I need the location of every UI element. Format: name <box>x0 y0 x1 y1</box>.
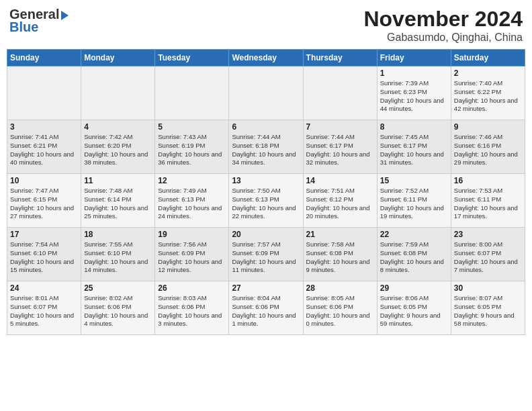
title-block: November 2024 Gabasumdo, Qinghai, China <box>363 7 523 44</box>
day-number: 22 <box>380 230 448 239</box>
day-info: Sunrise: 7:50 AM Sunset: 6:13 PM Dayligh… <box>232 187 300 221</box>
day-info: Sunrise: 7:57 AM Sunset: 6:09 PM Dayligh… <box>232 240 300 275</box>
header-tuesday: Tuesday <box>155 50 229 66</box>
cell-day-28-4-4: 28Sunrise: 8:05 AM Sunset: 6:06 PM Dayli… <box>303 281 377 335</box>
day-info: Sunrise: 7:48 AM Sunset: 6:14 PM Dayligh… <box>84 187 152 221</box>
header-wednesday: Wednesday <box>229 50 303 66</box>
week-row-4: 17Sunrise: 7:54 AM Sunset: 6:10 PM Dayli… <box>7 228 525 281</box>
cell-day-19-3-2: 19Sunrise: 7:56 AM Sunset: 6:09 PM Dayli… <box>155 228 229 281</box>
week-row-3: 10Sunrise: 7:47 AM Sunset: 6:15 PM Dayli… <box>7 174 525 228</box>
header-friday: Friday <box>377 50 451 66</box>
calendar-title: November 2024 <box>363 7 523 32</box>
day-number: 1 <box>380 68 448 78</box>
day-info: Sunrise: 7:41 AM Sunset: 6:21 PM Dayligh… <box>10 133 78 167</box>
day-number: 8 <box>380 122 448 132</box>
cell-day-8-1-5: 8Sunrise: 7:45 AM Sunset: 6:17 PM Daylig… <box>377 120 451 174</box>
day-info: Sunrise: 8:03 AM Sunset: 6:06 PM Dayligh… <box>158 294 226 328</box>
calendar-table: SundayMondayTuesdayWednesdayThursdayFrid… <box>7 49 525 335</box>
day-info: Sunrise: 7:44 AM Sunset: 6:17 PM Dayligh… <box>306 133 374 167</box>
day-number: 24 <box>10 283 78 293</box>
day-number: 2 <box>454 68 522 78</box>
day-info: Sunrise: 7:45 AM Sunset: 6:17 PM Dayligh… <box>380 133 448 167</box>
day-number: 30 <box>454 283 522 293</box>
cell-day-17-3-0: 17Sunrise: 7:54 AM Sunset: 6:10 PM Dayli… <box>7 228 81 281</box>
day-number: 21 <box>306 230 374 239</box>
day-info: Sunrise: 8:04 AM Sunset: 6:06 PM Dayligh… <box>232 294 300 328</box>
cell-day-26-4-2: 26Sunrise: 8:03 AM Sunset: 6:06 PM Dayli… <box>155 281 229 335</box>
day-info: Sunrise: 8:05 AM Sunset: 6:06 PM Dayligh… <box>306 294 374 328</box>
cell-day-3-1-0: 3Sunrise: 7:41 AM Sunset: 6:21 PM Daylig… <box>7 120 81 174</box>
day-number: 14 <box>306 176 374 185</box>
day-number: 27 <box>232 283 300 293</box>
header-thursday: Thursday <box>303 50 377 66</box>
day-info: Sunrise: 8:06 AM Sunset: 6:05 PM Dayligh… <box>380 294 448 328</box>
cell-day-23-3-6: 23Sunrise: 8:00 AM Sunset: 6:07 PM Dayli… <box>451 228 525 281</box>
cell-day-18-3-1: 18Sunrise: 7:55 AM Sunset: 6:10 PM Dayli… <box>81 228 155 281</box>
day-number: 19 <box>158 230 226 239</box>
day-number: 7 <box>306 122 374 132</box>
day-number: 12 <box>158 176 226 185</box>
day-info: Sunrise: 7:47 AM Sunset: 6:15 PM Dayligh… <box>10 187 78 221</box>
day-info: Sunrise: 7:49 AM Sunset: 6:13 PM Dayligh… <box>158 187 226 221</box>
day-number: 23 <box>454 230 522 239</box>
cell-day-11-2-1: 11Sunrise: 7:48 AM Sunset: 6:14 PM Dayli… <box>81 174 155 228</box>
cell-day-30-4-6: 30Sunrise: 8:07 AM Sunset: 6:05 PM Dayli… <box>451 281 525 335</box>
day-info: Sunrise: 7:42 AM Sunset: 6:20 PM Dayligh… <box>84 133 152 167</box>
cell-day-5-1-2: 5Sunrise: 7:43 AM Sunset: 6:19 PM Daylig… <box>155 120 229 174</box>
cell-day-empty-0-0 <box>7 66 81 120</box>
cell-day-14-2-4: 14Sunrise: 7:51 AM Sunset: 6:12 PM Dayli… <box>303 174 377 228</box>
day-number: 18 <box>84 230 152 239</box>
day-number: 28 <box>306 283 374 293</box>
day-number: 20 <box>232 230 300 239</box>
week-row-1: 1Sunrise: 7:39 AM Sunset: 6:23 PM Daylig… <box>7 66 525 120</box>
day-number: 15 <box>380 176 448 185</box>
cell-day-29-4-5: 29Sunrise: 8:06 AM Sunset: 6:05 PM Dayli… <box>377 281 451 335</box>
cell-day-7-1-4: 7Sunrise: 7:44 AM Sunset: 6:17 PM Daylig… <box>303 120 377 174</box>
cell-day-6-1-3: 6Sunrise: 7:44 AM Sunset: 6:18 PM Daylig… <box>229 120 303 174</box>
cell-day-empty-0-4 <box>303 66 377 120</box>
day-info: Sunrise: 7:59 AM Sunset: 6:08 PM Dayligh… <box>380 240 448 275</box>
cell-day-13-2-3: 13Sunrise: 7:50 AM Sunset: 6:13 PM Dayli… <box>229 174 303 228</box>
page-header: General Blue November 2024 Gabasumdo, Qi… <box>7 7 525 44</box>
day-number: 9 <box>454 122 522 132</box>
cell-day-10-2-0: 10Sunrise: 7:47 AM Sunset: 6:15 PM Dayli… <box>7 174 81 228</box>
day-info: Sunrise: 7:40 AM Sunset: 6:22 PM Dayligh… <box>454 79 522 113</box>
header-saturday: Saturday <box>451 50 525 66</box>
day-info: Sunrise: 8:07 AM Sunset: 6:05 PM Dayligh… <box>454 294 522 328</box>
day-number: 26 <box>158 283 226 293</box>
day-info: Sunrise: 8:01 AM Sunset: 6:07 PM Dayligh… <box>10 294 78 328</box>
day-info: Sunrise: 8:02 AM Sunset: 6:06 PM Dayligh… <box>84 294 152 328</box>
day-number: 29 <box>380 283 448 293</box>
cell-day-22-3-5: 22Sunrise: 7:59 AM Sunset: 6:08 PM Dayli… <box>377 228 451 281</box>
cell-day-27-4-3: 27Sunrise: 8:04 AM Sunset: 6:06 PM Dayli… <box>229 281 303 335</box>
day-number: 3 <box>10 122 78 132</box>
cell-day-9-1-6: 9Sunrise: 7:46 AM Sunset: 6:16 PM Daylig… <box>451 120 525 174</box>
day-number: 4 <box>84 122 152 132</box>
cell-day-20-3-3: 20Sunrise: 7:57 AM Sunset: 6:09 PM Dayli… <box>229 228 303 281</box>
day-number: 6 <box>232 122 300 132</box>
cell-day-4-1-1: 4Sunrise: 7:42 AM Sunset: 6:20 PM Daylig… <box>81 120 155 174</box>
day-info: Sunrise: 7:44 AM Sunset: 6:18 PM Dayligh… <box>232 133 300 167</box>
day-info: Sunrise: 7:56 AM Sunset: 6:09 PM Dayligh… <box>158 240 226 275</box>
cell-day-25-4-1: 25Sunrise: 8:02 AM Sunset: 6:06 PM Dayli… <box>81 281 155 335</box>
day-info: Sunrise: 7:46 AM Sunset: 6:16 PM Dayligh… <box>454 133 522 167</box>
day-number: 5 <box>158 122 226 132</box>
week-row-5: 24Sunrise: 8:01 AM Sunset: 6:07 PM Dayli… <box>7 281 525 335</box>
cell-day-1-0-5: 1Sunrise: 7:39 AM Sunset: 6:23 PM Daylig… <box>377 66 451 120</box>
day-info: Sunrise: 7:58 AM Sunset: 6:08 PM Dayligh… <box>306 240 374 275</box>
cell-day-21-3-4: 21Sunrise: 7:58 AM Sunset: 6:08 PM Dayli… <box>303 228 377 281</box>
day-number: 25 <box>84 283 152 293</box>
day-number: 10 <box>10 176 78 185</box>
day-info: Sunrise: 7:51 AM Sunset: 6:12 PM Dayligh… <box>306 187 374 221</box>
cell-day-24-4-0: 24Sunrise: 8:01 AM Sunset: 6:07 PM Dayli… <box>7 281 81 335</box>
header-monday: Monday <box>81 50 155 66</box>
day-number: 13 <box>232 176 300 185</box>
logo-blue: Blue <box>9 19 38 35</box>
cell-day-empty-0-1 <box>81 66 155 120</box>
day-number: 11 <box>84 176 152 185</box>
day-info: Sunrise: 8:00 AM Sunset: 6:07 PM Dayligh… <box>454 240 522 275</box>
day-info: Sunrise: 7:53 AM Sunset: 6:11 PM Dayligh… <box>454 187 522 221</box>
day-info: Sunrise: 7:52 AM Sunset: 6:11 PM Dayligh… <box>380 187 448 221</box>
day-info: Sunrise: 7:55 AM Sunset: 6:10 PM Dayligh… <box>84 240 152 275</box>
cell-day-12-2-2: 12Sunrise: 7:49 AM Sunset: 6:13 PM Dayli… <box>155 174 229 228</box>
